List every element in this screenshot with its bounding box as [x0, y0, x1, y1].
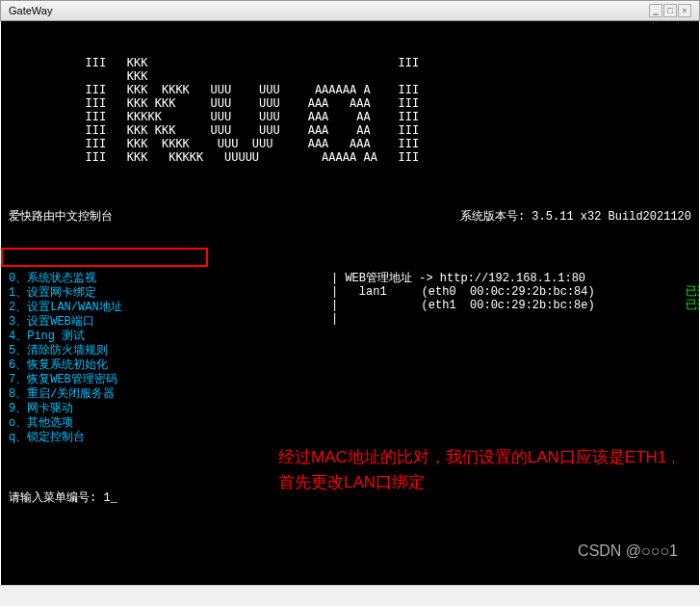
close-button[interactable]: × — [678, 4, 691, 17]
menu-item-9[interactable]: 9、网卡驱动 — [9, 402, 331, 416]
version-label: 系统版本号: 3.5.11 x32 Build2021120 — [460, 210, 691, 224]
watermark: CSDN @○○○1 — [578, 544, 678, 558]
menu-item-4[interactable]: 4、Ping 测试 — [9, 330, 331, 344]
menu-left: 0、系统状态监视 1、设置网卡绑定 2、设置LAN/WAN地址 3、设置WEB端… — [9, 272, 331, 445]
menu-item-3[interactable]: 3、设置WEB端口 — [9, 315, 331, 330]
web-url: http://192.168.1.1:80 — [440, 272, 585, 285]
window-title-bar: GateWay ‗ □ × — [0, 0, 700, 21]
menu-right: | WEB管理地址 -> http://192.168.1.1:80 | lan… — [331, 272, 691, 445]
menu-item-5[interactable]: 5、清除防火墙规则 — [9, 344, 331, 358]
web-mgmt-line: | WEB管理地址 -> http://192.168.1.1:80 — [331, 272, 691, 285]
nic-status-1: 已连 — [686, 299, 699, 312]
prompt-value: 1_ — [103, 491, 117, 505]
header-row: 爱快路由中文控制台 系统版本号: 3.5.11 x32 Build2021120 — [9, 210, 691, 224]
user-annotation: 经过MAC地址的比对，我们设置的LAN口应该是ETH1 ,首先更改LAN口绑定 — [278, 445, 683, 495]
minimize-button[interactable]: ‗ — [649, 4, 662, 17]
nic-row-0: | lan1 (eth0 00:0c:29:2b:bc:84)已连 — [331, 285, 691, 299]
menu-area: 0、系统状态监视 1、设置网卡绑定 2、设置LAN/WAN地址 3、设置WEB端… — [9, 272, 691, 445]
divider: | — [331, 312, 691, 326]
menu-item-2[interactable]: 2、设置LAN/WAN地址 — [9, 301, 331, 315]
menu-item-q[interactable]: q、锁定控制台 — [9, 431, 331, 445]
menu-item-6[interactable]: 6、恢复系统初始化 — [9, 358, 331, 373]
nic-status-0: 已连 — [686, 285, 699, 299]
highlight-box — [1, 248, 208, 267]
menu-item-o[interactable]: o、其他选项 — [9, 416, 331, 431]
window-title: GateWay — [9, 5, 52, 16]
ascii-banner: III KKK III KKK III KKK KKKK UUU UUU AAA… — [9, 56, 691, 164]
menu-item-1[interactable]: 1、设置网卡绑定 — [9, 286, 331, 301]
maximize-button[interactable]: □ — [663, 4, 677, 17]
window-buttons: ‗ □ × — [649, 4, 691, 17]
console-title: 爱快路由中文控制台 — [9, 210, 113, 224]
status-bar — [0, 585, 700, 606]
menu-item-0[interactable]: 0、系统状态监视 — [9, 272, 331, 286]
terminal[interactable]: III KKK III KKK III KKK KKKK UUU UUU AAA… — [1, 21, 699, 585]
nic-row-1: | (eth1 00:0c:29:2b:bc:8e)已连 — [331, 299, 691, 312]
menu-item-7[interactable]: 7、恢复WEB管理密码 — [9, 373, 331, 387]
menu-item-8[interactable]: 8、重启/关闭服务器 — [9, 387, 331, 402]
